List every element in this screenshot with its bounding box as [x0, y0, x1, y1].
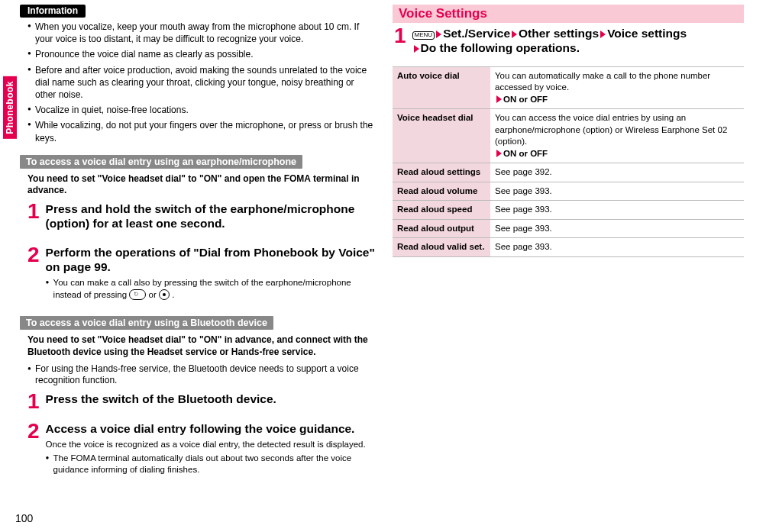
table-row: Read aloud settings See page 392. — [393, 163, 744, 182]
step-note-text: or — [149, 290, 159, 299]
setting-option: ON or OFF — [503, 95, 548, 104]
table-row: Read aloud volume See page 393. — [393, 182, 744, 201]
voice-settings-step: 1 MENUSet./ServiceOther settingsVoice se… — [394, 26, 739, 59]
step-2: 2 Perform the operations of "Dial from P… — [27, 245, 376, 301]
step-note: The FOMA terminal automatically dials ou… — [46, 453, 376, 476]
info-item: When you vocalize, keep your mouth away … — [27, 21, 377, 45]
step-number: 1 — [27, 202, 40, 234]
voice-settings-table: Auto voice dial You can automatically ma… — [393, 66, 744, 257]
path-part: Set./Service — [443, 27, 510, 40]
subsection-bluetooth-note: For using the Hands-free service, the Bl… — [27, 363, 376, 387]
setting-key: Read aloud valid set. — [393, 238, 490, 257]
step-title: Access a voice dial entry following the … — [46, 421, 376, 436]
setting-key: Auto voice dial — [393, 66, 490, 109]
setting-desc: See page 393. — [490, 182, 744, 201]
arrow-icon — [496, 95, 502, 103]
setting-key: Voice headset dial — [393, 109, 490, 163]
table-row: Read aloud valid set. See page 393. — [393, 238, 744, 257]
setting-desc: See page 392. — [490, 163, 744, 182]
step-number: 2 — [27, 245, 40, 301]
setting-key: Read aloud speed — [393, 201, 490, 220]
setting-desc: See page 393. — [490, 201, 744, 220]
step-1: 1 Press and hold the switch of the earph… — [27, 202, 376, 234]
setting-desc: You can access the voice dial entries by… — [490, 109, 744, 163]
table-row: Read aloud speed See page 393. — [393, 201, 744, 220]
arrow-icon — [414, 45, 419, 53]
call-key-icon — [129, 289, 146, 300]
step-note-text: . — [172, 290, 174, 299]
bt-step-1: 1 Press the switch of the Bluetooth devi… — [27, 392, 376, 411]
setting-desc-text: You can access the voice dial entries by… — [495, 113, 727, 146]
info-item: Pronounce the voice dial name as clearly… — [27, 48, 377, 60]
information-list: When you vocalize, keep your mouth away … — [27, 21, 377, 144]
info-item: While vocalizing, do not put your finger… — [27, 119, 377, 143]
setting-desc: You can automatically make a call to the… — [490, 66, 744, 109]
sidebar-tab-phonebook: Phonebook — [3, 76, 17, 139]
step-number: 1 — [27, 392, 40, 411]
setting-desc: See page 393. — [490, 238, 744, 257]
subsection-bluetooth-bar: To access a voice dial entry using a Blu… — [20, 316, 273, 330]
step-note: You can make a call also by pressing the… — [46, 277, 376, 301]
table-row: Auto voice dial You can automatically ma… — [393, 66, 744, 109]
page-number: 100 — [15, 512, 33, 524]
arrow-icon — [600, 31, 606, 38]
menu-path: MENUSet./ServiceOther settingsVoice sett… — [412, 26, 739, 56]
table-row: Voice headset dial You can access the vo… — [393, 109, 744, 163]
step-title: Perform the operations of "Dial from Pho… — [46, 245, 376, 275]
subsection-bluetooth-lead: You need to set "Voice headset dial" to … — [27, 334, 376, 358]
menu-key-icon: MENU — [412, 31, 435, 40]
center-key-icon — [159, 289, 170, 300]
section-voice-settings: Voice Settings — [393, 5, 744, 23]
step-sub-text: Once the voice is recognized as a voice … — [46, 439, 376, 451]
arrow-icon — [436, 31, 441, 38]
arrow-icon — [512, 31, 517, 38]
bt-step-2: 2 Access a voice dial entry following th… — [27, 421, 376, 476]
information-header: Information — [20, 5, 86, 18]
setting-key: Read aloud output — [393, 219, 490, 238]
subsection-earphone-lead: You need to set "Voice headset dial" to … — [27, 173, 376, 197]
step-number: 2 — [27, 421, 40, 476]
step-number: 1 — [394, 26, 406, 59]
path-part: Voice settings — [607, 27, 687, 40]
subsection-earphone-bar: To access a voice dial entry using an ea… — [20, 155, 302, 169]
setting-desc: See page 393. — [490, 219, 744, 238]
setting-key: Read aloud volume — [393, 182, 490, 201]
table-row: Read aloud output See page 393. — [393, 219, 744, 238]
setting-key: Read aloud settings — [393, 163, 490, 182]
step-title: Press and hold the switch of the earphon… — [46, 202, 376, 231]
info-item: Vocalize in quiet, noise-free locations. — [27, 104, 377, 116]
info-item: Before and after voice production, avoid… — [27, 64, 377, 102]
arrow-icon — [496, 150, 502, 157]
lead-note: For using the Hands-free service, the Bl… — [27, 363, 376, 387]
step-note-text: You can make a call also by pressing the… — [53, 278, 351, 299]
setting-option: ON or OFF — [503, 149, 548, 158]
setting-desc-text: You can automatically make a call to the… — [495, 71, 710, 92]
path-part: Other settings — [519, 27, 599, 40]
path-tail: Do the following operations. — [421, 41, 580, 54]
step-title: Press the switch of the Bluetooth device… — [46, 392, 376, 406]
